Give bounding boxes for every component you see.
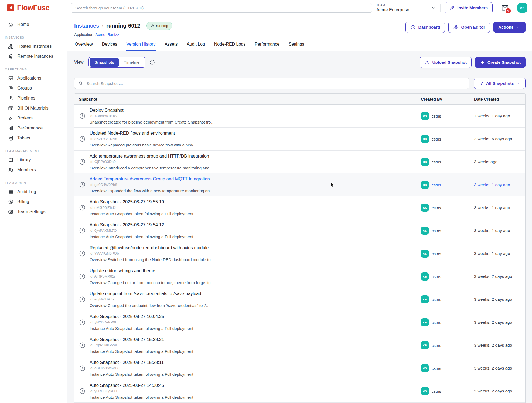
clock-icon xyxy=(79,365,86,372)
invite-members-label: Invite Members xyxy=(457,5,488,10)
table-row[interactable]: Auto Snapshot - 2025-08-27 15:28:11id: o… xyxy=(74,357,525,380)
user-name: cstns xyxy=(432,114,441,118)
table-row[interactable]: Add temperature awareness group and HTTP… xyxy=(74,151,525,173)
created-by-cell: cscstns xyxy=(421,295,474,303)
table-row[interactable]: Auto Snapshot - 2025-08-27 15:28:21id: J… xyxy=(74,334,525,357)
notifications-button[interactable]: 5 xyxy=(501,4,509,12)
chevron-down-icon xyxy=(516,25,521,30)
snapshot-title: Replaced @flowfuse/node-red-dashboard wi… xyxy=(90,245,215,250)
snapshot-id: id: eojkWlBPZa xyxy=(90,297,210,302)
application-line: Application: Acme Plantzz xyxy=(74,32,172,37)
sidebar-item-label: Home xyxy=(17,22,29,27)
snapshot-id: id: 0jwPAXMk7O xyxy=(90,228,193,233)
open-editor-label: Open Editor xyxy=(461,25,485,30)
snapshot-description: Overview Replaced previous basic device … xyxy=(90,143,197,148)
table-row[interactable]: Replaced @flowfuse/node-red-dashboard wi… xyxy=(74,242,525,265)
tab-node-red-logs[interactable]: Node-RED Logs xyxy=(214,42,246,51)
info-icon[interactable] xyxy=(149,59,155,65)
actions-button[interactable]: Actions xyxy=(493,22,526,33)
snapshot-id: id: y5RD5Ggk0O xyxy=(90,389,193,393)
sidebar-item-team-settings[interactable]: Team Settings xyxy=(0,207,67,217)
tab-overview[interactable]: Overview xyxy=(74,42,93,51)
table-row[interactable]: Deploy Snapshotid: X3o6Bw1k9WSnapshot cr… xyxy=(74,105,525,128)
avatar: cs xyxy=(421,112,429,120)
application-link[interactable]: Acme Plantzz xyxy=(95,32,119,37)
sidebar-item-hosted-instances[interactable]: Hosted Instances xyxy=(0,41,67,51)
clock-icon xyxy=(79,296,86,303)
tab-devices[interactable]: Devices xyxy=(101,42,118,51)
sidebar-item-brokers[interactable]: Brokers xyxy=(0,113,67,123)
clock-icon xyxy=(79,181,86,188)
clock-icon xyxy=(79,227,86,234)
table-row[interactable]: Auto Snapshot - 2025-08-27 19:54:12id: 0… xyxy=(74,219,525,242)
user-name: cstns xyxy=(432,274,441,279)
table-row[interactable]: Updated Node-RED flows and environmentid… xyxy=(74,128,525,151)
sidebar-item-groups[interactable]: Groups xyxy=(0,83,67,93)
sidebar-item-label: Library xyxy=(17,157,31,162)
breadcrumb-instances-link[interactable]: Instances xyxy=(74,23,99,29)
date-created: 3 weeks, 2 days ago xyxy=(474,297,525,302)
snapshot-filter-dropdown[interactable]: All Snapshots xyxy=(474,78,526,89)
home-icon xyxy=(8,22,14,28)
global-search-input[interactable] xyxy=(75,5,368,11)
created-by-cell: cscstns xyxy=(421,112,474,120)
tab-performance[interactable]: Performance xyxy=(254,42,280,51)
sidebar-item-audit-log[interactable]: Audit Log xyxy=(0,187,67,197)
user-avatar[interactable]: cs xyxy=(517,3,527,13)
snapshot-description: Overview Changed the endpoint flow from … xyxy=(90,303,210,308)
sidebar: Home INSTANCES Hosted Instances Remote I… xyxy=(0,16,67,403)
avatar: cs xyxy=(421,295,429,303)
global-search[interactable] xyxy=(71,3,372,13)
date-created: 3 weeks, 2 days ago xyxy=(474,274,525,279)
projects-icon xyxy=(8,43,14,49)
tab-audit-log[interactable]: Audit Log xyxy=(186,42,206,51)
toggle-snapshots[interactable]: Snapshots xyxy=(90,58,119,67)
sidebar-item-applications[interactable]: Applications xyxy=(0,73,67,83)
tab-assets[interactable]: Assets xyxy=(164,42,178,51)
sidebar-item-members[interactable]: Members xyxy=(0,165,67,175)
snapshot-id: id: X3o6Bw1k9W xyxy=(90,114,215,118)
avatar: cs xyxy=(421,341,429,349)
create-snapshot-button[interactable]: Create Snapshot xyxy=(475,57,526,68)
snapshot-id: id: oBOkv1W6AG xyxy=(90,366,193,370)
sidebar-item-remote-instances[interactable]: Remote Instances xyxy=(0,51,67,61)
sidebar-item-home[interactable]: Home xyxy=(0,19,67,29)
table-row[interactable]: Added Temperature Awareness Group and MQ… xyxy=(74,173,525,196)
table-row[interactable]: Auto Snapshot - 2025-08-27 14:30:45id: y… xyxy=(74,380,525,403)
snapshot-title: Auto Snapshot - 2025-08-27 15:28:21 xyxy=(90,337,193,342)
sidebar-item-bill-of-materials[interactable]: Bill Of Materials xyxy=(0,103,67,113)
upload-icon xyxy=(425,60,430,65)
sidebar-item-billing[interactable]: Billing xyxy=(0,197,67,207)
table-row[interactable]: Auto Snapshot - 2025-08-27 16:04:35id: y… xyxy=(74,311,525,334)
snapshot-id: id: aKZPYvEDAn xyxy=(90,137,197,141)
book-icon xyxy=(8,157,14,163)
user-name: cstns xyxy=(432,183,441,187)
created-by-cell: cscstns xyxy=(421,204,474,212)
snapshot-search-input[interactable] xyxy=(86,81,465,86)
sidebar-item-tables[interactable]: Tables xyxy=(0,133,67,143)
upload-snapshot-label: Upload Snapshot xyxy=(432,60,466,65)
avatar: cs xyxy=(421,204,429,212)
invite-members-button[interactable]: Invite Members xyxy=(445,2,493,13)
sidebar-item-label: Bill Of Materials xyxy=(17,105,49,111)
topbar-right: TEAM: Acme Enterprise Invite Members 5 c… xyxy=(372,2,532,13)
open-editor-button[interactable]: Open Editor xyxy=(448,22,490,33)
table-row[interactable]: Auto Snapshot - 2025-08-27 19:55:19id: n… xyxy=(74,196,525,219)
sidebar-item-library[interactable]: Library xyxy=(0,155,67,165)
sidebar-item-pipelines[interactable]: Pipelines xyxy=(0,93,67,103)
table-row[interactable]: Update editor settings and themeid: AlRP… xyxy=(74,265,525,288)
toggle-timeline[interactable]: Timeline xyxy=(119,58,144,67)
team-selector[interactable]: TEAM: Acme Enterprise xyxy=(376,4,436,12)
upload-snapshot-button[interactable]: Upload Snapshot xyxy=(420,57,471,68)
tab-settings[interactable]: Settings xyxy=(288,42,305,51)
sidebar-item-performance[interactable]: Performance xyxy=(0,123,67,133)
flowfuse-logo[interactable]: FlowFuse xyxy=(0,4,67,12)
date-created: 3 weeks, 2 days ago xyxy=(474,320,525,325)
notification-badge: 5 xyxy=(505,8,511,14)
table-row[interactable]: Update endpoint from /save-credentials t… xyxy=(74,288,525,311)
tab-version-history[interactable]: Version History xyxy=(126,42,156,51)
snapshot-id: id: yN2DReKP9E xyxy=(90,320,193,325)
snapshot-search[interactable] xyxy=(74,78,469,89)
breadcrumb-separator: › xyxy=(102,23,104,29)
dashboard-button[interactable]: Dashboard xyxy=(405,22,445,33)
